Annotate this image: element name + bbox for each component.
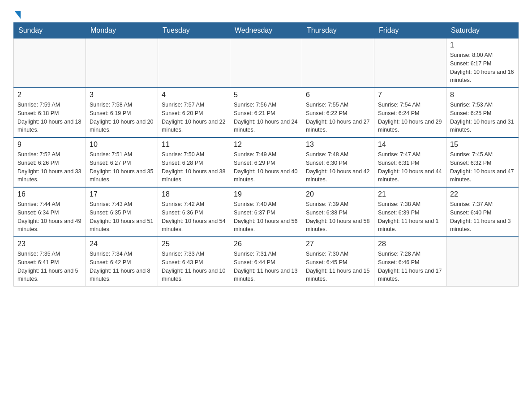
day-info: Sunrise: 7:28 AMSunset: 6:46 PMDaylight:… bbox=[378, 250, 442, 283]
calendar-day-cell: 20Sunrise: 7:39 AMSunset: 6:38 PMDayligh… bbox=[302, 187, 374, 237]
day-number: 13 bbox=[306, 141, 370, 149]
day-number: 7 bbox=[378, 91, 442, 99]
day-number: 26 bbox=[234, 240, 298, 248]
day-number: 2 bbox=[17, 91, 82, 99]
day-number: 12 bbox=[234, 141, 298, 149]
day-info: Sunrise: 7:56 AMSunset: 6:21 PMDaylight:… bbox=[234, 101, 298, 134]
day-number: 10 bbox=[90, 141, 154, 149]
day-of-week-header: Wednesday bbox=[230, 23, 302, 39]
calendar-day-cell: 1Sunrise: 8:00 AMSunset: 6:17 PMDaylight… bbox=[446, 39, 519, 88]
day-info: Sunrise: 7:42 AMSunset: 6:36 PMDaylight:… bbox=[162, 200, 226, 234]
day-info: Sunrise: 7:45 AMSunset: 6:32 PMDaylight:… bbox=[450, 150, 515, 184]
day-number: 8 bbox=[450, 91, 515, 99]
day-info: Sunrise: 7:55 AMSunset: 6:22 PMDaylight:… bbox=[306, 101, 370, 134]
day-number: 28 bbox=[378, 240, 442, 248]
day-info: Sunrise: 7:57 AMSunset: 6:20 PMDaylight:… bbox=[162, 101, 226, 134]
calendar-day-cell: 10Sunrise: 7:51 AMSunset: 6:27 PMDayligh… bbox=[86, 137, 158, 187]
calendar-day-cell: 27Sunrise: 7:30 AMSunset: 6:45 PMDayligh… bbox=[302, 237, 374, 287]
calendar-day-cell: 28Sunrise: 7:28 AMSunset: 6:46 PMDayligh… bbox=[374, 237, 446, 287]
page-header bbox=[13, 9, 519, 18]
calendar-day-cell bbox=[14, 39, 86, 88]
day-number: 17 bbox=[90, 190, 154, 198]
calendar-day-cell bbox=[302, 39, 374, 88]
day-of-week-header: Monday bbox=[86, 23, 158, 39]
day-number: 22 bbox=[450, 190, 515, 198]
calendar-day-cell bbox=[374, 39, 446, 88]
calendar-day-cell: 7Sunrise: 7:54 AMSunset: 6:24 PMDaylight… bbox=[374, 88, 446, 137]
calendar-day-cell bbox=[446, 237, 519, 287]
calendar-day-cell: 11Sunrise: 7:50 AMSunset: 6:28 PMDayligh… bbox=[158, 137, 230, 187]
day-info: Sunrise: 7:58 AMSunset: 6:19 PMDaylight:… bbox=[90, 101, 154, 134]
calendar-day-cell bbox=[158, 39, 230, 88]
logo-arrow-icon bbox=[14, 11, 21, 19]
day-number: 6 bbox=[306, 91, 370, 99]
calendar-day-cell: 6Sunrise: 7:55 AMSunset: 6:22 PMDaylight… bbox=[302, 88, 374, 137]
day-number: 21 bbox=[378, 190, 442, 198]
day-number: 25 bbox=[162, 240, 226, 248]
day-number: 9 bbox=[17, 141, 82, 149]
day-number: 1 bbox=[450, 41, 515, 49]
day-info: Sunrise: 7:47 AMSunset: 6:31 PMDaylight:… bbox=[378, 150, 442, 184]
calendar-day-cell: 9Sunrise: 7:52 AMSunset: 6:26 PMDaylight… bbox=[14, 137, 86, 187]
day-info: Sunrise: 8:00 AMSunset: 6:17 PMDaylight:… bbox=[450, 51, 515, 85]
day-info: Sunrise: 7:35 AMSunset: 6:41 PMDaylight:… bbox=[17, 250, 82, 283]
day-info: Sunrise: 7:50 AMSunset: 6:28 PMDaylight:… bbox=[162, 150, 226, 184]
calendar-day-cell: 18Sunrise: 7:42 AMSunset: 6:36 PMDayligh… bbox=[158, 187, 230, 237]
calendar-day-cell: 24Sunrise: 7:34 AMSunset: 6:42 PMDayligh… bbox=[86, 237, 158, 287]
day-of-week-header: Thursday bbox=[302, 23, 374, 39]
calendar-day-cell: 21Sunrise: 7:38 AMSunset: 6:39 PMDayligh… bbox=[374, 187, 446, 237]
day-number: 5 bbox=[234, 91, 298, 99]
day-info: Sunrise: 7:38 AMSunset: 6:39 PMDaylight:… bbox=[378, 200, 442, 234]
day-info: Sunrise: 7:53 AMSunset: 6:25 PMDaylight:… bbox=[450, 101, 515, 134]
day-info: Sunrise: 7:33 AMSunset: 6:43 PMDaylight:… bbox=[162, 250, 226, 283]
calendar-day-cell: 19Sunrise: 7:40 AMSunset: 6:37 PMDayligh… bbox=[230, 187, 302, 237]
day-info: Sunrise: 7:52 AMSunset: 6:26 PMDaylight:… bbox=[17, 150, 82, 184]
day-of-week-header: Sunday bbox=[14, 23, 86, 39]
day-info: Sunrise: 7:31 AMSunset: 6:44 PMDaylight:… bbox=[234, 250, 298, 283]
day-number: 11 bbox=[162, 141, 226, 149]
calendar-day-cell: 14Sunrise: 7:47 AMSunset: 6:31 PMDayligh… bbox=[374, 137, 446, 187]
calendar-week-row: 1Sunrise: 8:00 AMSunset: 6:17 PMDaylight… bbox=[14, 39, 519, 88]
day-number: 27 bbox=[306, 240, 370, 248]
day-number: 14 bbox=[378, 141, 442, 149]
logo bbox=[13, 9, 21, 18]
day-info: Sunrise: 7:49 AMSunset: 6:29 PMDaylight:… bbox=[234, 150, 298, 184]
calendar-table: SundayMondayTuesdayWednesdayThursdayFrid… bbox=[13, 22, 519, 287]
day-info: Sunrise: 7:37 AMSunset: 6:40 PMDaylight:… bbox=[450, 200, 515, 234]
calendar-day-cell: 3Sunrise: 7:58 AMSunset: 6:19 PMDaylight… bbox=[86, 88, 158, 137]
calendar-day-cell: 15Sunrise: 7:45 AMSunset: 6:32 PMDayligh… bbox=[446, 137, 519, 187]
calendar-header-row: SundayMondayTuesdayWednesdayThursdayFrid… bbox=[14, 23, 519, 39]
day-info: Sunrise: 7:44 AMSunset: 6:34 PMDaylight:… bbox=[17, 200, 82, 234]
calendar-week-row: 23Sunrise: 7:35 AMSunset: 6:41 PMDayligh… bbox=[14, 237, 519, 287]
day-number: 4 bbox=[162, 91, 226, 99]
day-info: Sunrise: 7:59 AMSunset: 6:18 PMDaylight:… bbox=[17, 101, 82, 134]
day-number: 15 bbox=[450, 141, 515, 149]
calendar-day-cell: 5Sunrise: 7:56 AMSunset: 6:21 PMDaylight… bbox=[230, 88, 302, 137]
day-number: 23 bbox=[17, 240, 82, 248]
day-number: 18 bbox=[162, 190, 226, 198]
calendar-day-cell: 23Sunrise: 7:35 AMSunset: 6:41 PMDayligh… bbox=[14, 237, 86, 287]
day-info: Sunrise: 7:48 AMSunset: 6:30 PMDaylight:… bbox=[306, 150, 370, 184]
day-number: 19 bbox=[234, 190, 298, 198]
day-number: 3 bbox=[90, 91, 154, 99]
day-of-week-header: Tuesday bbox=[158, 23, 230, 39]
day-number: 16 bbox=[17, 190, 82, 198]
day-info: Sunrise: 7:30 AMSunset: 6:45 PMDaylight:… bbox=[306, 250, 370, 283]
day-of-week-header: Friday bbox=[374, 23, 446, 39]
day-info: Sunrise: 7:39 AMSunset: 6:38 PMDaylight:… bbox=[306, 200, 370, 234]
calendar-day-cell: 2Sunrise: 7:59 AMSunset: 6:18 PMDaylight… bbox=[14, 88, 86, 137]
calendar-day-cell: 12Sunrise: 7:49 AMSunset: 6:29 PMDayligh… bbox=[230, 137, 302, 187]
calendar-day-cell: 4Sunrise: 7:57 AMSunset: 6:20 PMDaylight… bbox=[158, 88, 230, 137]
calendar-week-row: 2Sunrise: 7:59 AMSunset: 6:18 PMDaylight… bbox=[14, 88, 519, 137]
calendar-day-cell: 25Sunrise: 7:33 AMSunset: 6:43 PMDayligh… bbox=[158, 237, 230, 287]
day-info: Sunrise: 7:43 AMSunset: 6:35 PMDaylight:… bbox=[90, 200, 154, 234]
day-of-week-header: Saturday bbox=[446, 23, 519, 39]
day-number: 24 bbox=[90, 240, 154, 248]
calendar-week-row: 16Sunrise: 7:44 AMSunset: 6:34 PMDayligh… bbox=[14, 187, 519, 237]
calendar-day-cell: 17Sunrise: 7:43 AMSunset: 6:35 PMDayligh… bbox=[86, 187, 158, 237]
day-info: Sunrise: 7:51 AMSunset: 6:27 PMDaylight:… bbox=[90, 150, 154, 184]
calendar-day-cell: 16Sunrise: 7:44 AMSunset: 6:34 PMDayligh… bbox=[14, 187, 86, 237]
calendar-week-row: 9Sunrise: 7:52 AMSunset: 6:26 PMDaylight… bbox=[14, 137, 519, 187]
calendar-day-cell bbox=[86, 39, 158, 88]
calendar-day-cell bbox=[230, 39, 302, 88]
